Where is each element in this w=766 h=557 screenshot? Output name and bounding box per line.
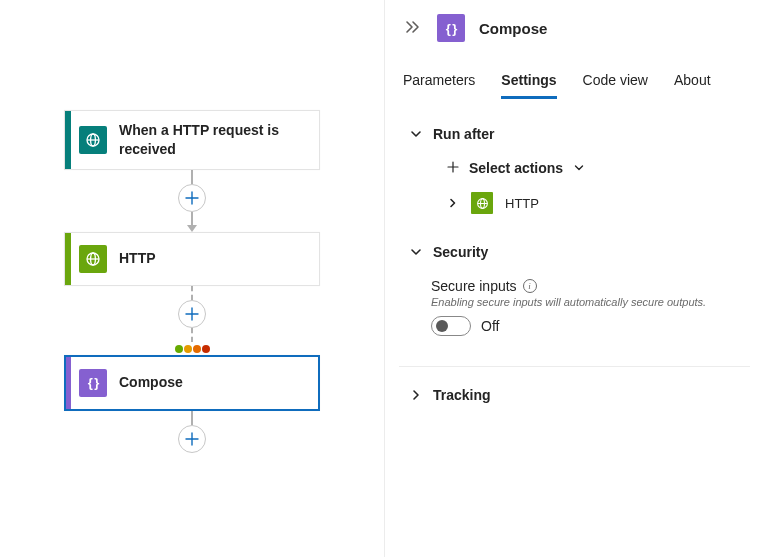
designer-canvas[interactable]: When a HTTP request is received bbox=[0, 0, 384, 557]
add-step-button[interactable] bbox=[178, 184, 206, 212]
chevron-down-icon bbox=[409, 127, 423, 141]
node-label: HTTP bbox=[119, 239, 319, 278]
tab-parameters[interactable]: Parameters bbox=[403, 72, 475, 99]
node-compose-action[interactable]: { } Compose bbox=[64, 355, 320, 411]
run-after-item[interactable]: HTTP bbox=[447, 192, 746, 214]
panel-header: { } Compose bbox=[403, 14, 746, 42]
globe-icon bbox=[471, 192, 493, 214]
section-title: Tracking bbox=[433, 387, 491, 403]
node-http-trigger[interactable]: When a HTTP request is received bbox=[64, 110, 320, 170]
info-icon[interactable]: i bbox=[523, 279, 537, 293]
flow-column: When a HTTP request is received bbox=[0, 110, 384, 453]
section-tracking: Tracking bbox=[403, 387, 746, 403]
collapse-panel-button[interactable] bbox=[403, 18, 423, 39]
edge bbox=[178, 411, 206, 453]
chevron-right-icon bbox=[409, 388, 423, 402]
tab-about[interactable]: About bbox=[674, 72, 711, 99]
chevron-down-icon bbox=[409, 245, 423, 259]
select-actions-button[interactable]: Select actions bbox=[447, 160, 746, 176]
node-accent bbox=[65, 233, 71, 285]
chevron-right-icon bbox=[447, 197, 459, 209]
secure-inputs-hint: Enabling secure inputs will automaticall… bbox=[431, 296, 746, 308]
add-step-button[interactable] bbox=[178, 425, 206, 453]
plus-icon bbox=[447, 160, 459, 176]
node-accent bbox=[65, 111, 71, 169]
node-accent bbox=[66, 357, 71, 409]
section-header-tracking[interactable]: Tracking bbox=[403, 387, 746, 403]
add-step-button[interactable] bbox=[178, 300, 206, 328]
edge bbox=[175, 286, 210, 355]
section-header-security[interactable]: Security bbox=[403, 244, 746, 260]
section-header-run-after[interactable]: Run after bbox=[403, 126, 746, 142]
edge bbox=[178, 170, 206, 232]
panel-title: Compose bbox=[479, 20, 547, 37]
braces-icon: { } bbox=[437, 14, 465, 42]
braces-icon: { } bbox=[79, 369, 107, 397]
globe-icon bbox=[79, 126, 107, 154]
select-actions-label: Select actions bbox=[469, 160, 563, 176]
secure-inputs-toggle[interactable] bbox=[431, 316, 471, 336]
node-label: When a HTTP request is received bbox=[119, 111, 319, 169]
run-after-status-dots bbox=[175, 345, 210, 353]
properties-panel: { } Compose Parameters Settings Code vie… bbox=[384, 0, 766, 557]
section-title: Security bbox=[433, 244, 488, 260]
node-http-action[interactable]: HTTP bbox=[64, 232, 320, 286]
section-security: Security Secure inputs i Enabling secure… bbox=[403, 244, 746, 336]
toggle-state-label: Off bbox=[481, 318, 499, 334]
chevron-down-icon bbox=[573, 162, 585, 174]
section-divider bbox=[399, 366, 750, 367]
section-run-after: Run after Select actions bbox=[403, 126, 746, 214]
tab-code-view[interactable]: Code view bbox=[583, 72, 648, 99]
node-label: Compose bbox=[119, 363, 318, 402]
panel-tabs: Parameters Settings Code view About bbox=[403, 72, 746, 100]
arrow-down-icon bbox=[187, 225, 197, 232]
run-after-item-name: HTTP bbox=[505, 196, 539, 211]
section-title: Run after bbox=[433, 126, 494, 142]
secure-inputs-label: Secure inputs bbox=[431, 278, 517, 294]
tab-settings[interactable]: Settings bbox=[501, 72, 556, 99]
globe-icon bbox=[79, 245, 107, 273]
